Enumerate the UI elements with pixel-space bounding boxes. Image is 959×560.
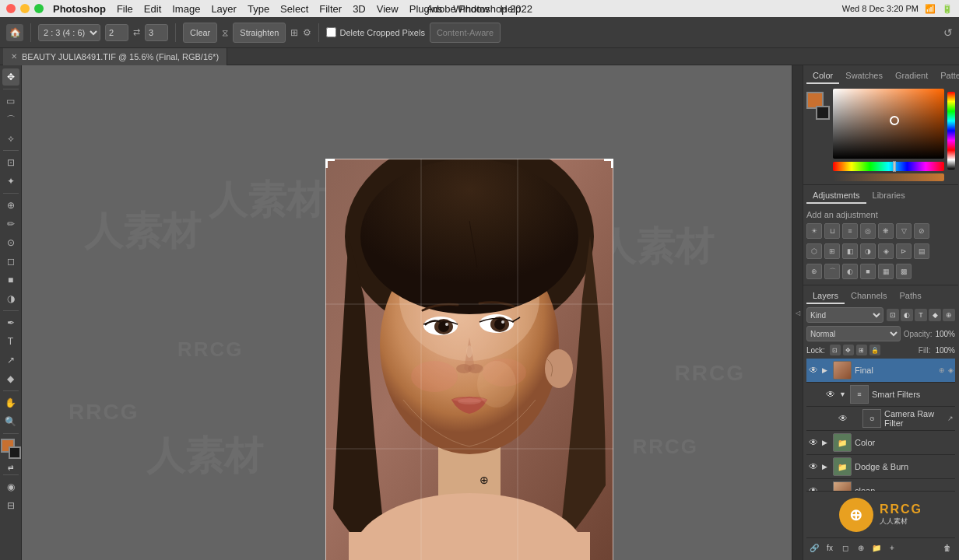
wand-tool[interactable]: ⟡ — [2, 130, 19, 147]
hand-tool[interactable]: ✋ — [2, 394, 19, 411]
adj-curve2[interactable]: ⌒ — [824, 264, 840, 279]
layer-expand-color[interactable]: ▶ — [822, 439, 830, 446]
filter-smart-icon[interactable]: ⊕ — [943, 309, 955, 321]
adj-solid[interactable]: ■ — [860, 264, 876, 279]
clear-button[interactable]: Clear — [183, 23, 217, 43]
blend-mode-select[interactable]: Normal — [806, 326, 901, 341]
canvas-area[interactable]: 人素材 人素材 RRCG RRCG 人素材 RRCG 人素材 RRCG — [22, 65, 792, 560]
gradient-tool[interactable]: ■ — [2, 271, 19, 289]
move-tool[interactable]: ✥ — [2, 68, 19, 86]
adj-photo[interactable]: ⬡ — [806, 243, 822, 259]
minimize-button[interactable] — [20, 4, 30, 13]
content-aware-button[interactable]: Content-Aware — [430, 23, 501, 43]
layer-vis-final[interactable]: 👁 — [808, 365, 819, 376]
adj-grad[interactable]: ▦ — [878, 264, 894, 279]
saturation-slider[interactable] — [833, 173, 944, 181]
crop-w-input[interactable] — [105, 24, 128, 41]
layer-group-btn[interactable]: 📁 — [870, 541, 883, 554]
menu-edit[interactable]: Edit — [144, 3, 161, 15]
menu-photoshop[interactable]: Photoshop — [53, 3, 106, 15]
zoom-tool[interactable]: 🔍 — [2, 413, 19, 430]
straighten-button[interactable]: Straighten — [233, 23, 286, 43]
layer-vis-dodgeburn[interactable]: 👁 — [808, 461, 819, 472]
tab-adjustments[interactable]: Adjustments — [806, 188, 866, 204]
filter-shape-icon[interactable]: ◆ — [929, 309, 941, 321]
adj-vibrance[interactable]: ❋ — [878, 223, 894, 239]
crop-tool[interactable]: ⊡ — [2, 154, 19, 171]
panel-collapse-handle[interactable]: ◁ — [792, 65, 803, 560]
menu-image[interactable]: Image — [172, 3, 200, 15]
tab-gradient[interactable]: Gradient — [889, 68, 934, 84]
layer-vis-camraw[interactable]: 👁 — [838, 413, 848, 424]
adj-bw[interactable]: ◐ — [842, 264, 858, 279]
crop-ratio-select[interactable]: 2 : 3 (4 : 6) — [38, 24, 100, 41]
adj-exposure[interactable]: ◎ — [860, 223, 876, 239]
adj-gradient-map[interactable]: ▤ — [914, 243, 929, 259]
layer-vis-smart[interactable]: 👁 — [825, 389, 836, 400]
layer-adj-btn[interactable]: ⊕ — [855, 541, 867, 554]
adj-levels[interactable]: ≡ — [842, 223, 858, 239]
color-gradient-picker[interactable] — [833, 89, 944, 159]
shape-tool[interactable]: ◆ — [2, 370, 19, 387]
adj-colorlookup[interactable]: ◧ — [842, 243, 858, 259]
adj-curves[interactable]: ⊔ — [824, 223, 840, 239]
layer-new-btn[interactable]: + — [886, 541, 898, 554]
document-tab[interactable]: ✕ BEAUTY JULIA8491.TIF @ 15.6% (Final, R… — [3, 48, 227, 65]
marquee-tool[interactable]: ▭ — [2, 93, 19, 110]
lock-pixels-btn[interactable]: ⊡ — [830, 345, 841, 355]
crop-h-input[interactable] — [145, 24, 168, 41]
maximize-button[interactable] — [34, 4, 44, 13]
layer-item-final[interactable]: 👁 ▶ Final ⊕ ◈ — [806, 359, 955, 383]
heal-tool[interactable]: ⊕ — [2, 197, 19, 214]
eraser-tool[interactable]: ◻ — [2, 253, 19, 270]
tab-libraries[interactable]: Libraries — [866, 188, 912, 204]
filter-adj-icon[interactable]: ◐ — [901, 309, 913, 321]
layer-link-btn[interactable]: 🔗 — [808, 541, 820, 554]
adj-selective[interactable]: ⊕ — [806, 264, 822, 279]
layer-item-camraw[interactable]: 👁 ⊙ Camera Raw Filter ↗ — [806, 407, 955, 431]
layer-vis-clean[interactable]: 👁 — [808, 485, 819, 491]
delete-pixels-checkbox-label[interactable]: Delete Cropped Pixels — [326, 27, 424, 37]
tab-layers[interactable]: Layers — [806, 289, 845, 304]
dodge-tool[interactable]: ◑ — [2, 290, 19, 307]
layer-fx-btn[interactable]: fx — [824, 541, 836, 554]
color-swatches[interactable] — [1, 439, 21, 459]
home-tool-icon[interactable]: 🏠 — [6, 24, 23, 41]
adj-pattern[interactable]: ▩ — [896, 264, 912, 279]
clone-tool[interactable]: ⊙ — [2, 234, 19, 251]
color-hue-slider[interactable] — [833, 162, 944, 171]
layer-expand-final[interactable]: ▶ — [822, 366, 830, 374]
tab-color[interactable]: Color — [806, 68, 839, 84]
tab-paths[interactable]: Paths — [894, 289, 928, 304]
eyedropper-tool[interactable]: ✦ — [2, 173, 19, 190]
lock-move-btn[interactable]: ✥ — [843, 345, 854, 355]
adj-colorbalance[interactable]: ⊘ — [914, 223, 929, 239]
undo-icon[interactable]: ↺ — [943, 26, 953, 39]
text-tool[interactable]: T — [2, 333, 19, 350]
adj-channelmixer[interactable]: ⊞ — [824, 243, 840, 259]
lock-artboards-btn[interactable]: ⊞ — [856, 345, 867, 355]
layer-delete-btn[interactable]: 🗑 — [941, 541, 954, 554]
brush-tool[interactable]: ✏ — [2, 215, 19, 233]
delete-pixels-checkbox[interactable] — [326, 27, 336, 37]
layer-item-dodgeburn[interactable]: 👁 ▶ 📁 Dodge & Burn — [806, 455, 955, 479]
tab-channels[interactable]: Channels — [845, 289, 893, 304]
menu-select[interactable]: Select — [280, 3, 308, 15]
layer-item-smart-filters[interactable]: 👁 ▼ ≡ Smart Filters — [806, 383, 955, 407]
tab-swatches[interactable]: Swatches — [839, 68, 889, 84]
adj-posterize[interactable]: ◈ — [878, 243, 894, 259]
tab-patterns[interactable]: Patterns — [934, 68, 959, 84]
layer-vis-color[interactable]: 👁 — [808, 437, 819, 448]
bg-color-swatch[interactable] — [816, 106, 830, 120]
lock-all-btn[interactable]: 🔒 — [869, 345, 880, 355]
path-tool[interactable]: ↗ — [2, 352, 19, 369]
filter-pixel-icon[interactable]: ⊡ — [887, 309, 899, 321]
adj-invert[interactable]: ◑ — [860, 243, 876, 259]
menu-type[interactable]: Type — [248, 3, 269, 15]
screen-mode-tool[interactable]: ⊟ — [2, 497, 19, 514]
menu-file[interactable]: File — [117, 3, 133, 15]
adj-threshold[interactable]: ⊳ — [896, 243, 912, 259]
switch-colors[interactable]: ⇄ — [8, 464, 14, 471]
menu-view[interactable]: View — [377, 3, 399, 15]
tab-close-icon[interactable]: ✕ — [11, 52, 17, 61]
